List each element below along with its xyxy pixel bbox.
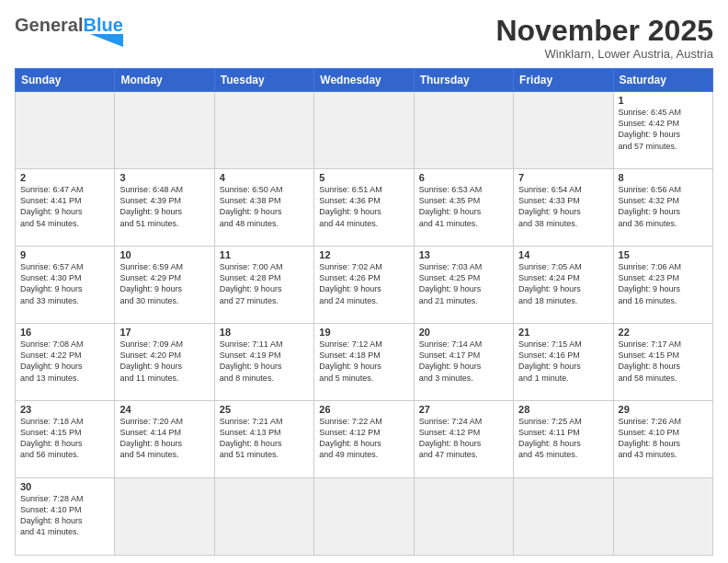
day-info: Sunrise: 6:56 AMSunset: 4:32 PMDaylight:…	[619, 184, 708, 229]
logo-general: General	[15, 15, 83, 36]
calendar-cell	[16, 92, 115, 169]
day-info: Sunrise: 7:00 AMSunset: 4:28 PMDaylight:…	[220, 261, 309, 306]
header-friday: Friday	[514, 69, 613, 92]
day-info: Sunrise: 7:17 AMSunset: 4:15 PMDaylight:…	[619, 339, 708, 384]
day-number: 28	[518, 404, 608, 415]
day-info: Sunrise: 6:54 AMSunset: 4:33 PMDaylight:…	[518, 184, 608, 229]
calendar-cell: 24Sunrise: 7:20 AMSunset: 4:14 PMDayligh…	[115, 401, 214, 478]
calendar-row: 2Sunrise: 6:47 AMSunset: 4:41 PMDaylight…	[16, 169, 713, 247]
header-sunday: Sunday	[16, 69, 115, 92]
day-number: 1	[619, 95, 708, 106]
calendar-cell	[414, 478, 513, 556]
day-number: 24	[119, 404, 209, 415]
day-number: 19	[319, 327, 408, 338]
day-number: 27	[419, 404, 508, 415]
day-number: 4	[220, 172, 309, 183]
month-title: November 2025	[495, 15, 713, 47]
header-thursday: Thursday	[414, 69, 513, 92]
day-info: Sunrise: 7:02 AMSunset: 4:26 PMDaylight:…	[319, 261, 408, 306]
calendar-cell	[115, 92, 214, 169]
day-number: 13	[419, 249, 508, 260]
calendar-cell: 4Sunrise: 6:50 AMSunset: 4:38 PMDaylight…	[214, 169, 313, 247]
calendar-cell	[613, 478, 712, 556]
calendar-cell: 12Sunrise: 7:02 AMSunset: 4:26 PMDayligh…	[314, 247, 414, 324]
day-info: Sunrise: 6:57 AMSunset: 4:30 PMDaylight:…	[20, 261, 109, 306]
day-number: 15	[619, 249, 708, 260]
subtitle: Winklarn, Lower Austria, Austria	[495, 47, 713, 61]
calendar-cell: 19Sunrise: 7:12 AMSunset: 4:18 PMDayligh…	[314, 324, 414, 401]
calendar-cell	[214, 92, 313, 169]
calendar-cell	[314, 478, 414, 556]
calendar-cell: 3Sunrise: 6:48 AMSunset: 4:39 PMDaylight…	[115, 169, 214, 247]
day-number: 23	[20, 404, 109, 415]
day-number: 21	[518, 327, 608, 338]
header-monday: Monday	[115, 69, 214, 92]
day-number: 20	[419, 327, 508, 338]
day-number: 3	[119, 172, 209, 183]
day-info: Sunrise: 6:48 AMSunset: 4:39 PMDaylight:…	[119, 184, 209, 229]
day-info: Sunrise: 7:15 AMSunset: 4:16 PMDaylight:…	[518, 339, 608, 384]
calendar-cell: 28Sunrise: 7:25 AMSunset: 4:11 PMDayligh…	[514, 401, 613, 478]
day-number: 12	[319, 249, 408, 260]
day-number: 14	[518, 249, 608, 260]
calendar-cell: 7Sunrise: 6:54 AMSunset: 4:33 PMDaylight…	[514, 169, 613, 247]
day-info: Sunrise: 7:08 AMSunset: 4:22 PMDaylight:…	[20, 339, 109, 384]
calendar-cell: 20Sunrise: 7:14 AMSunset: 4:17 PMDayligh…	[414, 324, 513, 401]
day-number: 22	[619, 327, 708, 338]
day-info: Sunrise: 7:18 AMSunset: 4:15 PMDaylight:…	[20, 416, 109, 461]
calendar-cell: 21Sunrise: 7:15 AMSunset: 4:16 PMDayligh…	[514, 324, 613, 401]
calendar-row: 30Sunrise: 7:28 AMSunset: 4:10 PMDayligh…	[16, 478, 713, 556]
page: General Blue November 2025 Winklarn, Low…	[0, 0, 728, 563]
day-info: Sunrise: 6:59 AMSunset: 4:29 PMDaylight:…	[119, 261, 209, 306]
calendar-cell: 9Sunrise: 6:57 AMSunset: 4:30 PMDaylight…	[16, 247, 115, 324]
day-info: Sunrise: 7:26 AMSunset: 4:10 PMDaylight:…	[619, 416, 708, 461]
day-info: Sunrise: 7:24 AMSunset: 4:12 PMDaylight:…	[419, 416, 508, 461]
day-number: 2	[20, 172, 109, 183]
day-number: 29	[619, 404, 708, 415]
day-number: 10	[119, 249, 209, 260]
header-saturday: Saturday	[613, 69, 712, 92]
day-info: Sunrise: 7:25 AMSunset: 4:11 PMDaylight:…	[518, 416, 608, 461]
day-number: 26	[319, 404, 408, 415]
calendar-row: 9Sunrise: 6:57 AMSunset: 4:30 PMDaylight…	[16, 247, 713, 324]
calendar-cell: 8Sunrise: 6:56 AMSunset: 4:32 PMDaylight…	[613, 169, 712, 247]
day-number: 25	[220, 404, 309, 415]
logo-blue: Blue	[83, 15, 122, 36]
day-info: Sunrise: 7:20 AMSunset: 4:14 PMDaylight:…	[119, 416, 209, 461]
day-info: Sunrise: 7:05 AMSunset: 4:24 PMDaylight:…	[518, 261, 608, 306]
day-info: Sunrise: 7:03 AMSunset: 4:25 PMDaylight:…	[419, 261, 508, 306]
calendar-cell: 5Sunrise: 6:51 AMSunset: 4:36 PMDaylight…	[314, 169, 414, 247]
day-number: 18	[220, 327, 309, 338]
calendar-cell: 23Sunrise: 7:18 AMSunset: 4:15 PMDayligh…	[16, 401, 115, 478]
header: General Blue November 2025 Winklarn, Low…	[15, 15, 713, 61]
calendar-row: 16Sunrise: 7:08 AMSunset: 4:22 PMDayligh…	[16, 324, 713, 401]
calendar-row: 1Sunrise: 6:45 AMSunset: 4:42 PMDaylight…	[16, 92, 713, 169]
calendar-cell	[214, 478, 313, 556]
day-info: Sunrise: 6:53 AMSunset: 4:35 PMDaylight:…	[419, 184, 508, 229]
calendar-cell: 10Sunrise: 6:59 AMSunset: 4:29 PMDayligh…	[115, 247, 214, 324]
calendar: Sunday Monday Tuesday Wednesday Thursday…	[15, 68, 713, 556]
calendar-cell	[514, 92, 613, 169]
day-number: 6	[419, 172, 508, 183]
logo-text: General Blue	[15, 15, 123, 47]
day-info: Sunrise: 7:21 AMSunset: 4:13 PMDaylight:…	[220, 416, 309, 461]
calendar-cell: 29Sunrise: 7:26 AMSunset: 4:10 PMDayligh…	[613, 401, 712, 478]
calendar-row: 23Sunrise: 7:18 AMSunset: 4:15 PMDayligh…	[16, 401, 713, 478]
day-info: Sunrise: 7:28 AMSunset: 4:10 PMDaylight:…	[20, 493, 109, 538]
day-info: Sunrise: 6:51 AMSunset: 4:36 PMDaylight:…	[319, 184, 408, 229]
header-tuesday: Tuesday	[214, 69, 313, 92]
calendar-cell	[115, 478, 214, 556]
calendar-cell	[314, 92, 414, 169]
day-number: 5	[319, 172, 408, 183]
calendar-cell: 16Sunrise: 7:08 AMSunset: 4:22 PMDayligh…	[16, 324, 115, 401]
day-info: Sunrise: 7:09 AMSunset: 4:20 PMDaylight:…	[119, 339, 209, 384]
calendar-cell: 13Sunrise: 7:03 AMSunset: 4:25 PMDayligh…	[414, 247, 513, 324]
calendar-cell: 14Sunrise: 7:05 AMSunset: 4:24 PMDayligh…	[514, 247, 613, 324]
day-number: 7	[518, 172, 608, 183]
calendar-cell: 26Sunrise: 7:22 AMSunset: 4:12 PMDayligh…	[314, 401, 414, 478]
calendar-cell	[414, 92, 513, 169]
logo-icon	[90, 34, 123, 47]
calendar-cell: 11Sunrise: 7:00 AMSunset: 4:28 PMDayligh…	[214, 247, 313, 324]
calendar-cell: 25Sunrise: 7:21 AMSunset: 4:13 PMDayligh…	[214, 401, 313, 478]
weekday-header-row: Sunday Monday Tuesday Wednesday Thursday…	[16, 69, 713, 92]
